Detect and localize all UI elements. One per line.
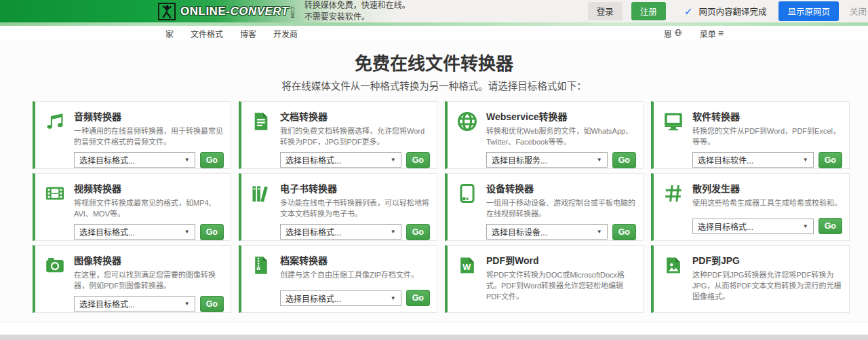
dropdown-arrow-icon: ▼	[803, 223, 808, 229]
converter-card-device: 设备转换器 一组用于移动设备、游戏控制台或平板电脑的在线视频转换器。 选择目标设…	[445, 173, 644, 241]
select-placeholder: 选择目标服务...	[492, 154, 547, 166]
go-button[interactable]: Go	[818, 218, 842, 234]
converter-card-webservice: Webservice转换器 转换和优化Web服务的文件，如WhatsApp、Tw…	[445, 101, 644, 169]
hash-icon	[663, 181, 692, 234]
page: ONLINE-CONVERT .COM 转换媒体免费，快速和在线。 不需要安装软…	[0, 0, 868, 340]
select-placeholder: 选择目标格式...	[79, 226, 135, 238]
card-description: 在这里，您可以找到满足您需要的图像转换器，例如PDF到图像转换器。	[74, 270, 224, 292]
target-format-select[interactable]: 选择目标格式... ▼	[280, 290, 401, 306]
card-description: 将视频文件转换成最常见的格式，如MP4、AVI、MOV等。	[74, 198, 224, 220]
target-software-select[interactable]: 选择目标软件... ▼	[692, 152, 814, 168]
converter-card-hash: 散列发生器 使用这些哈希生成器工具生成哈希或校验和。 选择目标格式... ▼ G…	[651, 173, 850, 241]
nav-item-home[interactable]: 家	[165, 28, 174, 39]
nav-item-file-formats[interactable]: 文件格式	[191, 28, 223, 39]
converter-card-archive: 档案转换器 创建与这个自由压缩工具像ZIP存档文件。 选择目标格式... ▼ G…	[239, 245, 437, 313]
target-device-select[interactable]: 选择目标设备... ▼	[486, 224, 608, 240]
card-description: 使用这些哈希生成器工具生成哈希或校验和。	[692, 198, 842, 209]
nav-item-blog[interactable]: 博客	[240, 28, 256, 39]
monitor-icon	[663, 109, 692, 162]
word-file-icon: W	[456, 253, 486, 306]
card-title[interactable]: 音频转换器	[74, 109, 224, 123]
target-format-select[interactable]: 选择目标格式... ▼	[280, 152, 401, 168]
converter-card-pdf-to-word: W PDF到Word 将PDF文件转换为DOC或MicrosoftDocx格式。…	[445, 245, 644, 313]
card-title[interactable]: 档案转换器	[280, 253, 430, 267]
nav-item-developer[interactable]: 开发商	[273, 28, 298, 39]
bottom-strip	[0, 335, 868, 340]
go-button[interactable]: Go	[406, 224, 430, 240]
target-service-select[interactable]: 选择目标服务... ▼	[486, 152, 608, 168]
globe-icon	[456, 109, 486, 162]
zip-file-icon	[250, 253, 280, 306]
card-title[interactable]: 设备转换器	[486, 181, 636, 195]
dancer-icon	[158, 3, 176, 20]
card-title[interactable]: 电子书转换器	[280, 181, 430, 195]
dropdown-arrow-icon: ▼	[803, 157, 808, 163]
brand-logo[interactable]: ONLINE-CONVERT .COM	[158, 3, 295, 20]
card-title[interactable]: 视频转换器	[74, 181, 224, 195]
brand-tld: .COM	[290, 5, 295, 18]
language-label: 恩	[664, 28, 672, 39]
converter-card-pdf-to-jpg: PDF到JPG 这种PDF到JPG转换器允许您将PDF转换为JPG，从而将PDF…	[651, 245, 850, 313]
go-button[interactable]: Go	[200, 296, 224, 312]
card-title[interactable]: 软件转换器	[692, 109, 842, 123]
select-placeholder: 选择目标设备...	[492, 226, 547, 238]
converter-card-image: 图像转换器 在这里，您可以找到满足您需要的图像转换器，例如PDF到图像转换器。 …	[33, 245, 231, 313]
top-header: ONLINE-CONVERT .COM 转换媒体免费，快速和在线。 不需要安装软…	[0, 0, 868, 22]
go-button[interactable]: Go	[612, 152, 636, 168]
books-icon	[250, 181, 280, 234]
card-title[interactable]: PDF到Word	[486, 253, 636, 267]
go-button[interactable]: Go	[200, 224, 224, 240]
hamburger-icon: ≡	[718, 28, 724, 39]
select-placeholder: 选择目标格式...	[698, 221, 753, 232]
select-placeholder: 选择目标软件...	[698, 154, 753, 166]
go-button[interactable]: Go	[818, 152, 842, 168]
svg-text:W: W	[462, 263, 471, 272]
menu-label: 菜单	[700, 28, 716, 39]
login-button[interactable]: 登录	[588, 2, 623, 20]
header-actions: 登录 注册 ✓ 网页内容翻译完成 显示原网页 关闭	[588, 1, 868, 21]
language-switcher[interactable]: 恩	[664, 28, 682, 39]
dropdown-arrow-icon: ▼	[391, 229, 396, 235]
card-description: 这种PDF到JPG转换器允许您将PDF转换为JPG，从而将PDF文本文档转换为流…	[692, 270, 842, 303]
card-title[interactable]: 散列发生器	[692, 181, 842, 195]
dropdown-arrow-icon: ▼	[184, 301, 190, 307]
card-description: 一组用于移动设备、游戏控制台或平板电脑的在线视频转换器。	[486, 198, 636, 220]
card-title[interactable]: 文档转换器	[280, 109, 430, 123]
show-original-button[interactable]: 显示原网页	[778, 1, 839, 21]
register-button[interactable]: 注册	[631, 2, 666, 20]
brand-name-secondary: CONVERT	[230, 5, 288, 18]
dropdown-arrow-icon: ▼	[391, 295, 396, 301]
page-subtitle: 将在线媒体文件从一种格式转换为另一种格式。请选择目标格式如下：	[0, 78, 868, 92]
card-description: 转换和优化Web服务的文件，如WhatsApp、Twitter、Facebook…	[486, 126, 636, 148]
target-format-select[interactable]: 选择目标格式... ▼	[74, 224, 195, 240]
select-placeholder: 选择目标格式...	[285, 226, 341, 238]
go-button[interactable]: Go	[406, 152, 430, 168]
converter-card-document: 文档转换器 我们的免费文档转换器选择，允许您将Word转换为PDF，JPG到PD…	[239, 101, 437, 169]
target-format-select[interactable]: 选择目标格式... ▼	[74, 152, 195, 168]
target-format-select[interactable]: 选择目标格式... ▼	[74, 296, 195, 311]
target-format-select[interactable]: 选择目标格式... ▼	[280, 224, 401, 240]
converter-card-software: 软件转换器 转换您的文件从PDF到Word，PDF到Excel，等等。 选择目标…	[651, 101, 850, 169]
menu-button[interactable]: 菜单 ≡	[700, 28, 724, 39]
dropdown-arrow-icon: ▼	[391, 157, 396, 163]
card-title[interactable]: PDF到JPG	[692, 253, 842, 267]
site-tagline: 转换媒体免费，快速和在线。 不需要安装软件。	[304, 0, 410, 22]
tablet-icon	[456, 181, 486, 234]
dropdown-arrow-icon: ▼	[597, 157, 602, 163]
target-format-select[interactable]: 选择目标格式... ▼	[692, 219, 814, 234]
card-description: 多功能在线电子书转换器列表，可以轻松地将文本文档转换为电子书。	[280, 198, 430, 220]
card-description: 创建与这个自由压缩工具像ZIP存档文件。	[280, 270, 430, 281]
go-button[interactable]: Go	[406, 290, 430, 306]
translate-check-icon: ✓	[684, 5, 693, 18]
card-title[interactable]: 图像转换器	[74, 253, 224, 267]
go-button[interactable]: Go	[200, 152, 224, 168]
nav-links: 家 文件格式 博客 开发商	[165, 28, 298, 39]
main-nav: 家 文件格式 博客 开发商 恩 菜单 ≡	[0, 26, 868, 41]
card-title[interactable]: Webservice转换器	[486, 109, 636, 123]
film-icon	[44, 181, 74, 234]
translate-close-button[interactable]: 关闭	[850, 5, 867, 18]
go-button[interactable]: Go	[612, 224, 636, 240]
translate-status-text: 网页内容翻译完成	[698, 5, 766, 18]
camera-icon	[44, 253, 74, 306]
select-placeholder: 选择目标格式...	[285, 292, 341, 304]
